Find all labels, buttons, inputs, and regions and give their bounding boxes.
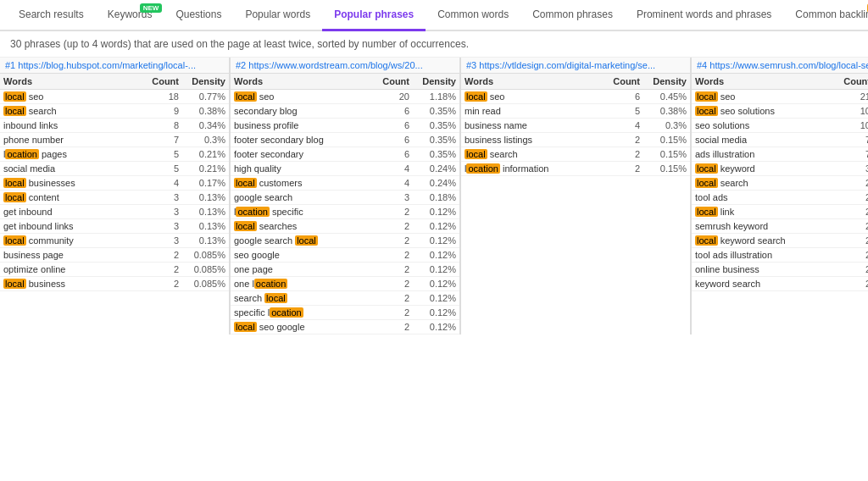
cell-count: 21 <box>836 90 868 103</box>
cell-words: location information <box>461 162 605 175</box>
cell-density: 0.15% <box>643 162 690 175</box>
cell-count: 8 <box>144 119 182 132</box>
cell-count: 6 <box>375 104 413 118</box>
highlighted-word: local <box>264 293 287 303</box>
cell-count: 4 <box>605 119 643 132</box>
description-text: 30 phrases (up to 4 words) that are used… <box>10 38 469 50</box>
normal-word: footer secondary blog <box>234 135 324 145</box>
cell-count: 2 <box>375 320 413 334</box>
cell-words: tool ads illustration <box>692 248 836 262</box>
table-row: local businesses40.17% <box>0 176 229 191</box>
cell-density: 0.15% <box>643 133 690 147</box>
cell-count: 18 <box>144 90 182 103</box>
cell-density: 0.35% <box>413 119 459 132</box>
highlighted-word: local <box>3 192 26 202</box>
tab-popular-words[interactable]: Popular words <box>233 0 322 31</box>
cell-words: optimize online <box>0 263 144 276</box>
normal-word: solutions <box>710 120 749 130</box>
table-row: keyword search20.086% <box>692 277 868 291</box>
cell-density: 0.12% <box>413 277 459 290</box>
cell-words: local businesses <box>0 176 144 190</box>
normal-word: seo <box>26 91 44 102</box>
tab-questions[interactable]: Questions <box>164 0 233 31</box>
tab-popular-phrases[interactable]: Popular phrases <box>322 0 426 31</box>
cell-density: 0.12% <box>413 234 459 247</box>
table-row: local link20.086% <box>692 205 868 219</box>
cell-density: 0.13% <box>182 191 229 204</box>
cell-count: 2 <box>375 263 413 276</box>
normal-word: business listings <box>465 135 532 145</box>
cell-words: google search local <box>231 234 375 247</box>
col-subheaders-4: WordsCountDensity <box>692 74 868 90</box>
table-row: get inbound30.13% <box>0 205 229 219</box>
normal-word: seo <box>487 91 505 102</box>
tab-common-words[interactable]: Common words <box>426 0 520 31</box>
cell-density: 0.35% <box>413 147 459 161</box>
cell-words: phone number <box>0 133 144 147</box>
cell-count: 2 <box>375 219 413 233</box>
cell-density: 0.12% <box>413 320 459 334</box>
cell-words: high quality <box>231 162 375 175</box>
tab-keywords[interactable]: KeywordsNEW <box>96 0 164 31</box>
table-row: local seo solutions100.43% <box>692 104 868 119</box>
highlighted-word: local <box>465 149 487 159</box>
cell-words: local content <box>0 191 144 204</box>
table-row: get inbound links30.13% <box>0 219 229 234</box>
col-url-4: #4 https://www.semrush.com/blog/local-se… <box>692 58 868 74</box>
cell-density: 0.35% <box>413 133 459 147</box>
table-row: ads illustration70.3% <box>692 147 868 162</box>
cell-words: footer secondary <box>231 147 375 161</box>
cell-count: 7 <box>836 133 868 147</box>
table-row: local seo180.77% <box>0 90 229 104</box>
cell-density: 0.12% <box>413 291 459 305</box>
subheader-count: Count <box>375 74 413 89</box>
normal-word: search <box>26 106 57 116</box>
highlighted-word: local <box>465 91 487 102</box>
table-row: social media70.3% <box>692 133 868 147</box>
normal-word: seo <box>257 91 275 102</box>
tabs-bar: Search resultsKeywordsNEWQuestionsPopula… <box>0 0 868 31</box>
tab-search-results[interactable]: Search results <box>7 0 96 31</box>
normal-word: google search <box>234 192 292 202</box>
normal-word: keyword search <box>695 279 760 289</box>
cell-words: local search <box>461 147 605 161</box>
highlighted-word: local <box>234 91 257 102</box>
table-row: local business20.085% <box>0 277 229 291</box>
cell-words: business name <box>461 119 605 132</box>
table-row: business listings20.15% <box>461 133 690 147</box>
cell-count: 3 <box>836 162 868 175</box>
cell-words: get inbound <box>0 205 144 218</box>
highlighted-word: local <box>3 178 26 188</box>
cell-density: 0.34% <box>182 119 229 132</box>
table-row: local seo201.18% <box>231 90 459 104</box>
highlighted-word: local <box>695 106 718 116</box>
table-row: seo google20.12% <box>231 248 459 263</box>
cell-words: secondary blog <box>231 104 375 118</box>
normal-word: content <box>26 192 59 202</box>
cell-count: 2 <box>836 234 868 247</box>
cell-density: 0.085% <box>182 277 229 290</box>
cell-count: 3 <box>144 234 182 247</box>
column-group-2: #2 https://www.wordstream.com/blog/ws/20… <box>231 58 461 334</box>
tab-common-phrases[interactable]: Common phrases <box>520 0 625 31</box>
cell-count: 2 <box>836 176 868 190</box>
highlighted-word: ocation <box>270 307 303 318</box>
normal-word: seo <box>718 91 736 102</box>
tab-prominent-words-and-phrases[interactable]: Prominent words and phrases <box>625 0 783 31</box>
cell-density: 0.17% <box>182 176 229 190</box>
tab-common-backlinks[interactable]: Common backlinksBETA <box>783 0 868 31</box>
description-bar: 30 phrases (up to 4 words) that are used… <box>0 31 868 58</box>
cell-words: local seo <box>231 90 375 103</box>
cell-count: 2 <box>605 162 643 175</box>
normal-word: min read <box>465 106 501 116</box>
cell-density: 0.21% <box>182 162 229 175</box>
normal-word: business <box>26 279 65 289</box>
cell-count: 10 <box>836 119 868 132</box>
cell-words: local community <box>0 234 144 247</box>
cell-words: one page <box>231 263 375 276</box>
highlighted-word: local <box>234 221 257 231</box>
normal-word: search <box>718 178 748 188</box>
cell-density: 0.3% <box>643 119 690 132</box>
cell-count: 2 <box>144 263 182 276</box>
normal-word: tool ads illustration <box>695 250 772 260</box>
